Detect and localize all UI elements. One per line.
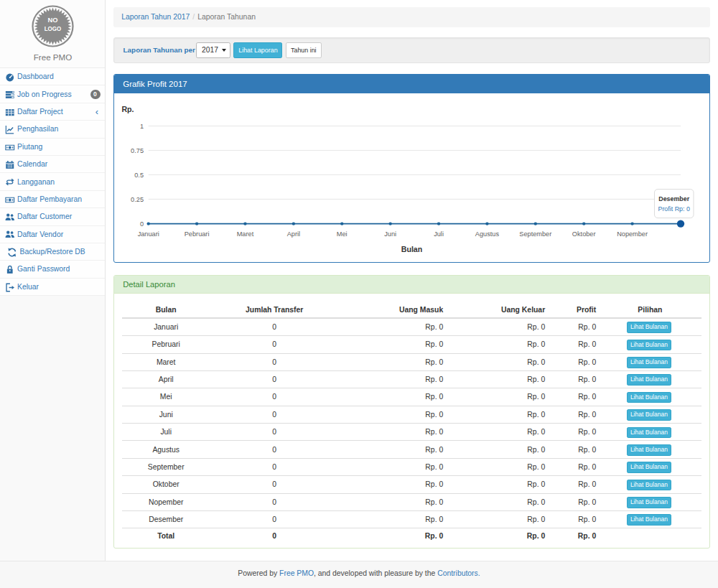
svg-text:0: 0 <box>140 220 144 228</box>
svg-text:Rp.: Rp. <box>122 105 134 113</box>
svg-text:Nopember: Nopember <box>617 230 648 238</box>
svg-text:Mei: Mei <box>337 230 348 238</box>
svg-text:0.75: 0.75 <box>131 147 144 154</box>
svg-text:Pebruari: Pebruari <box>185 230 210 238</box>
svg-text:Profit Rp: 0: Profit Rp: 0 <box>658 205 690 213</box>
svg-text:Desember: Desember <box>658 195 689 202</box>
svg-text:Juni: Juni <box>384 230 396 238</box>
svg-text:Januari: Januari <box>138 230 159 238</box>
svg-text:Oktober: Oktober <box>572 230 596 238</box>
svg-text:Free PMO: Free PMO <box>34 52 72 62</box>
svg-text:LOGO: LOGO <box>45 25 62 32</box>
svg-text:1: 1 <box>140 123 144 130</box>
svg-text:April: April <box>287 230 300 238</box>
svg-text:September: September <box>520 230 552 238</box>
svg-text:0.25: 0.25 <box>131 196 144 203</box>
svg-text:0.5: 0.5 <box>134 172 144 179</box>
svg-text:Juli: Juli <box>434 230 444 238</box>
svg-text:Maret: Maret <box>237 230 254 238</box>
svg-text:Bulan: Bulan <box>401 245 422 253</box>
svg-text:NO: NO <box>48 17 59 24</box>
svg-text:Agustus: Agustus <box>475 230 500 238</box>
